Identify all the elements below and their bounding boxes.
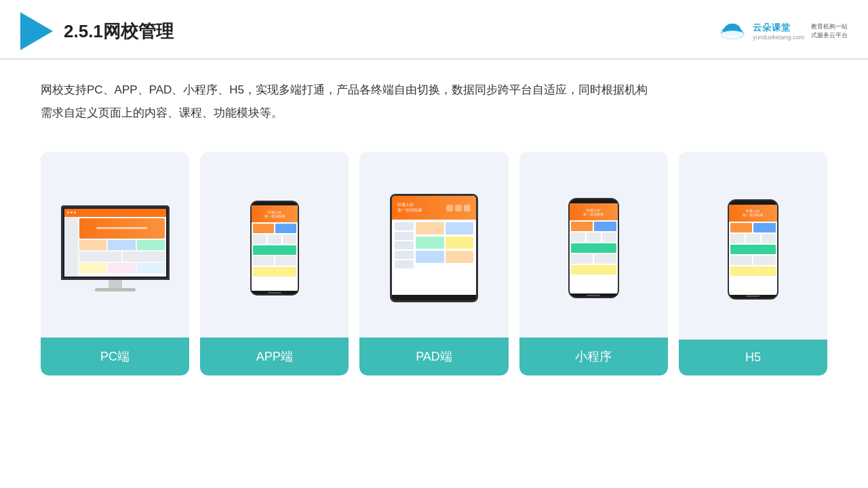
cards-container: PC端 职通人的第一堂训练课 <box>0 131 868 375</box>
phone-mockup-app: 职通人的第一堂训练课 <box>250 201 299 296</box>
cloud-icon <box>716 20 749 42</box>
card-app-image: 职通人的第一堂训练课 <box>200 152 349 338</box>
phone-mockup-h5: 职通人的第一堂训练课 <box>728 199 778 300</box>
card-pad-image: 职通人的第一堂训练课 <box>359 152 508 338</box>
card-h5-label: H5 <box>679 340 827 375</box>
card-pc-label: PC端 <box>41 338 189 375</box>
card-pad: 职通人的第一堂训练课 <box>359 152 508 375</box>
header-right: 云朵课堂 yunduoketang.com 教育机构一站 式服务云平台 <box>716 20 848 42</box>
page-title: 2.5.1网校管理 <box>64 20 174 43</box>
card-pad-label: PAD端 <box>359 338 508 375</box>
brand-url: yunduoketang.com <box>753 34 804 41</box>
card-h5: 职通人的第一堂训练课 <box>679 152 827 375</box>
logo-triangle-icon <box>20 12 53 50</box>
description: 网校支持PC、APP、PAD、小程序、H5，实现多端打通，产品各终端自由切换，数… <box>0 60 868 131</box>
header-left: 2.5.1网校管理 <box>20 12 174 50</box>
description-line1: 网校支持PC、APP、PAD、小程序、H5，实现多端打通，产品各终端自由切换，数… <box>41 79 827 102</box>
brand-tagline: 教育机构一站 式服务云平台 <box>811 22 848 39</box>
phone-mockup-miniapp: 职通人的第一堂训练课 <box>568 198 619 298</box>
brand-logo: 云朵课堂 yunduoketang.com 教育机构一站 式服务云平台 <box>716 20 848 42</box>
card-miniapp-label: 小程序 <box>519 338 668 375</box>
card-miniapp: 职通人的第一堂训练课 <box>519 152 668 375</box>
monitor-screen <box>61 205 170 280</box>
card-h5-image: 职通人的第一堂训练课 <box>679 152 827 340</box>
tablet-mockup: 职通人的第一堂训练课 <box>390 194 478 302</box>
header: 2.5.1网校管理 云朵课堂 yunduoketang.com 教育机构一站 式… <box>0 0 868 60</box>
brand-text: 云朵课堂 yunduoketang.com <box>753 22 804 41</box>
card-app-label: APP端 <box>200 338 349 375</box>
card-miniapp-image: 职通人的第一堂训练课 <box>519 152 668 338</box>
monitor-mockup <box>61 205 170 291</box>
card-pc-image <box>41 152 189 338</box>
brand-name: 云朵课堂 <box>753 22 791 34</box>
description-line2: 需求自定义页面上的内容、课程、功能模块等。 <box>41 102 827 125</box>
card-pc: PC端 <box>41 152 189 375</box>
card-app: 职通人的第一堂训练课 <box>200 152 349 375</box>
svg-point-7 <box>722 30 743 38</box>
